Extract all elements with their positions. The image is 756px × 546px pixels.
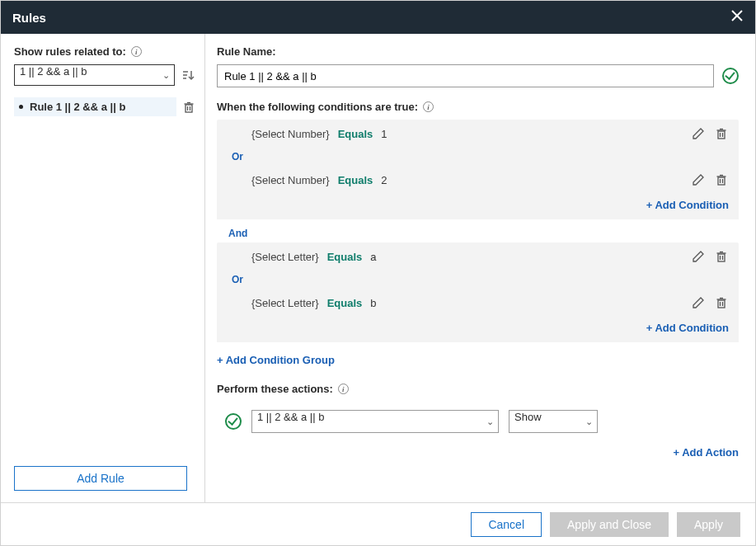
pencil-icon[interactable] (691, 295, 706, 310)
condition-group: {Select Number} Equals 1 Or {Select Numb… (217, 120, 739, 219)
pencil-icon[interactable] (691, 249, 706, 264)
trash-icon[interactable] (181, 100, 196, 115)
condition-operator[interactable]: Equals (327, 251, 363, 263)
add-action-link[interactable]: + Add Action (217, 438, 739, 467)
cancel-button[interactable]: Cancel (471, 512, 542, 537)
condition-operator[interactable]: Equals (338, 128, 373, 140)
apply-button[interactable]: Apply (677, 512, 740, 537)
left-pane: Show rules related to: i 1 || 2 && a || … (1, 34, 205, 502)
bullet-icon (19, 105, 23, 109)
condition-group: {Select Letter} Equals a Or {Select Lett… (217, 242, 739, 342)
titlebar: Rules (1, 1, 755, 34)
condition-operator[interactable]: Equals (338, 174, 373, 186)
check-circle-icon (722, 68, 739, 84)
action-target-select[interactable]: 1 || 2 && a || b ⌄ (251, 410, 499, 433)
conditions-label: When the following conditions are true: … (217, 101, 739, 113)
add-condition-group-link[interactable]: + Add Condition Group (217, 347, 739, 373)
svg-rect-11 (718, 131, 725, 139)
rule-name-label: Rule Name: (217, 45, 739, 58)
rule-item-label: Rule 1 || 2 && a || b (30, 101, 125, 113)
svg-rect-16 (718, 177, 725, 185)
trash-icon[interactable] (714, 295, 729, 310)
svg-rect-26 (718, 300, 725, 308)
svg-rect-6 (185, 105, 192, 112)
or-connector: Or (217, 148, 739, 166)
add-rule-button[interactable]: Add Rule (14, 466, 187, 491)
rules-dialog: Rules Show rules related to: i 1 || 2 &&… (0, 0, 756, 546)
right-pane: Rule Name: When the following conditions… (205, 34, 755, 502)
action-row: 1 || 2 && a || b ⌄ Show ⌄ (217, 402, 739, 438)
condition-value[interactable]: a (370, 251, 376, 263)
condition-value[interactable]: 2 (381, 174, 387, 186)
info-icon[interactable]: i (131, 46, 142, 57)
condition-field[interactable]: {Select Letter} (251, 297, 319, 309)
sort-icon[interactable] (180, 67, 196, 83)
close-icon[interactable] (730, 9, 744, 26)
action-type-select[interactable]: Show ⌄ (509, 410, 598, 433)
add-condition-link[interactable]: + Add Condition (217, 194, 739, 219)
dialog-title: Rules (12, 11, 46, 25)
condition-row: {Select Letter} Equals b (217, 289, 739, 317)
condition-field[interactable]: {Select Letter} (251, 251, 319, 263)
rules-filter-select[interactable]: 1 || 2 && a || b ⌄ (14, 64, 175, 86)
condition-field[interactable]: {Select Number} (251, 174, 330, 186)
rule-list: Rule 1 || 2 && a || b (14, 97, 196, 459)
rule-name-input[interactable] (217, 64, 714, 87)
actions-label: Perform these actions: i (217, 383, 739, 395)
condition-field[interactable]: {Select Number} (251, 128, 330, 140)
condition-row: {Select Number} Equals 2 (217, 166, 739, 194)
trash-icon[interactable] (714, 126, 729, 141)
show-rules-label: Show rules related to: i (14, 45, 196, 58)
apply-close-button[interactable]: Apply and Close (550, 512, 669, 537)
trash-icon[interactable] (714, 172, 729, 187)
condition-value[interactable]: b (370, 297, 376, 309)
pencil-icon[interactable] (691, 126, 706, 141)
add-condition-link[interactable]: + Add Condition (217, 317, 739, 342)
trash-icon[interactable] (714, 249, 729, 264)
info-icon[interactable]: i (423, 101, 434, 112)
condition-value[interactable]: 1 (381, 128, 387, 140)
dialog-footer: Cancel Apply and Close Apply (1, 502, 755, 545)
check-circle-icon (225, 413, 242, 430)
and-connector: And (217, 224, 739, 242)
condition-row: {Select Number} Equals 1 (217, 120, 739, 148)
condition-operator[interactable]: Equals (327, 297, 363, 309)
condition-row: {Select Letter} Equals a (217, 242, 739, 271)
rule-item[interactable]: Rule 1 || 2 && a || b (14, 97, 176, 116)
pencil-icon[interactable] (691, 172, 706, 187)
or-connector: Or (217, 271, 739, 289)
svg-rect-21 (718, 254, 725, 261)
info-icon[interactable]: i (338, 384, 349, 394)
